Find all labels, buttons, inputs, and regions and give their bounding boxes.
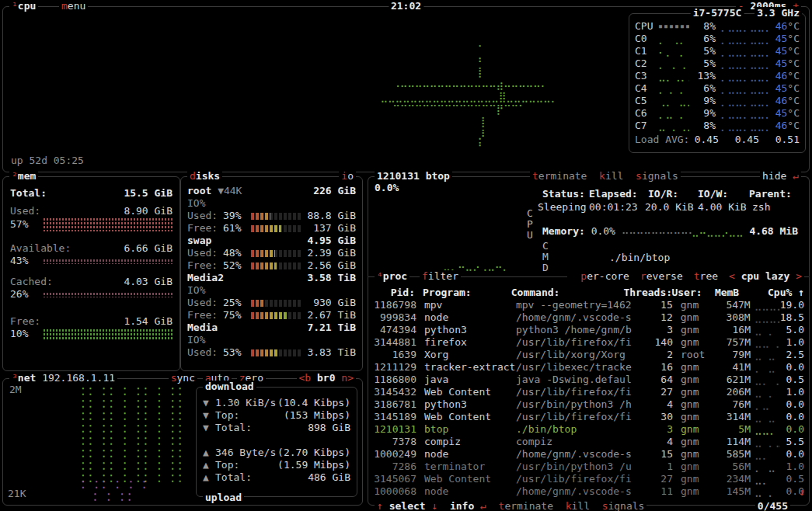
process-row[interactable]: 7378 compiz compiz 4 gnm 114M ⣀ ⡀⣀ 5.5 bbox=[368, 436, 809, 448]
process-detail-box: 1210131 btop terminate kill signals hide… bbox=[368, 176, 810, 276]
command-header[interactable]: Command: bbox=[511, 287, 624, 299]
menu-button[interactable]: menu bbox=[59, 0, 88, 12]
process-row[interactable]: 1210131 btop ./bin/btop 3 gnm 5M ⣀⣀⡀ 0.0 bbox=[368, 423, 809, 436]
cpu-header[interactable]: Cpu% ↑ bbox=[768, 287, 804, 299]
process-row[interactable]: 999834 node /home/gnm/.vscode-s 12 gnm 3… bbox=[368, 311, 809, 324]
info-hint[interactable]: info bbox=[450, 500, 474, 511]
filter-button[interactable]: filter bbox=[420, 270, 461, 282]
kill-hint[interactable]: kill bbox=[566, 500, 590, 511]
cpu-box-title[interactable]: ¹cpu bbox=[9, 0, 38, 12]
process-cpu-percent: 0.5 bbox=[780, 374, 804, 386]
sort-next-button[interactable]: > bbox=[796, 270, 802, 282]
core-usage-meter: ⡀ ⡀⢀ ⡀ ⢀⡀ bbox=[658, 57, 689, 70]
core-row: C1 ⠄⡀ ⡀ ⢀⡀ ⡀ 5% ⡀⣀⣀⡀⣀⣀⡀⣀ 45°C bbox=[629, 45, 805, 57]
hide-button[interactable]: hide ↵ bbox=[760, 170, 801, 182]
process-row[interactable]: 3186781 python3 /usr/bin/python3 /h 4 gn… bbox=[368, 398, 809, 411]
net-scale-bottom: 21K bbox=[8, 488, 26, 500]
process-user: gnm bbox=[681, 411, 715, 423]
interface-prev-button[interactable]: <b bbox=[299, 372, 312, 384]
process-command: /usr/bin/python3 /u bbox=[516, 461, 633, 473]
detail-title: 1210131 btop bbox=[375, 170, 452, 182]
process-row[interactable]: 1639 Xorg /usr/lib/xorg/Xorg 2 root 79M … bbox=[368, 349, 809, 361]
net-interface-selector[interactable]: <b br0 n> bbox=[297, 372, 356, 384]
process-command: mpv --geometry=1462 bbox=[516, 299, 633, 311]
status-value: Sleeping bbox=[538, 201, 587, 214]
process-cpu-percent: 18.5 bbox=[780, 311, 804, 324]
core-row: C3 ⣀⡀⢀⡀⣀ ⡀⢀ 13% ⡀⣀⣀⡀⣀⣀⡀⣀ 46°C bbox=[629, 70, 805, 82]
mem-header[interactable]: MemB bbox=[705, 287, 739, 299]
core-usage-percent: 8% bbox=[689, 20, 716, 33]
user-header[interactable]: User: bbox=[671, 287, 704, 299]
process-user: gnm bbox=[681, 374, 715, 386]
select-hint[interactable]: select bbox=[389, 500, 426, 511]
process-row[interactable]: 7286 terminator /usr/bin/python3 /u 1 gn… bbox=[368, 461, 809, 473]
core-usage-meter: ⠄⡀ ⡀ ⢀⡀ ⡀ bbox=[658, 45, 689, 57]
process-row[interactable]: 1186798 mpv mpv --geometry=1462 15 gnm 5… bbox=[368, 299, 809, 311]
signals-hint[interactable]: signals bbox=[602, 500, 645, 511]
process-memory: 16M bbox=[715, 324, 751, 336]
per-core-toggle[interactable]: per-core bbox=[580, 270, 629, 282]
tree-toggle[interactable]: tree bbox=[694, 270, 718, 282]
net-sync-toggle[interactable]: sync bbox=[169, 372, 197, 384]
process-cpu-percent: 2.5 bbox=[780, 349, 804, 361]
signals-button[interactable]: signals bbox=[636, 170, 678, 182]
process-program: python3 bbox=[424, 398, 516, 411]
disks-io-toggle[interactable]: io bbox=[339, 170, 356, 182]
process-command: /home/gnm/.vscode-s bbox=[516, 448, 633, 461]
process-row[interactable]: 1000068 node /home/gnm/.vscode-s 11 gnm … bbox=[368, 485, 809, 498]
proc-box-title[interactable]: ⁴proc bbox=[375, 270, 409, 282]
disk-used-meter bbox=[251, 250, 301, 257]
sort-selector[interactable]: < cpu lazy > bbox=[729, 270, 802, 282]
core-temp-graph: ⡀⣀⣀⡀⣀⣀⡀⣀ bbox=[720, 45, 768, 57]
disks-box-title[interactable]: disks bbox=[187, 170, 222, 182]
terminate-button[interactable]: terminate bbox=[532, 170, 587, 182]
terminate-hint[interactable]: terminate bbox=[499, 500, 553, 511]
reverse-toggle[interactable]: reverse bbox=[640, 270, 683, 282]
pid-header[interactable]: Pid: bbox=[373, 287, 415, 299]
mem-box: ²mem Total:15.5 GiB Used:8.90 GiB 57% Av… bbox=[2, 176, 180, 371]
process-cpu-sparkline: ⣀ ⡀ bbox=[751, 485, 780, 498]
process-cpu-percent: 0.0 bbox=[780, 411, 804, 423]
core-name: C5 bbox=[635, 95, 658, 107]
load-average-row: Load AVG: 0.45 0.45 0.51 bbox=[629, 134, 805, 146]
program-header[interactable]: Program: bbox=[423, 287, 511, 299]
proc-options: per-corereversetree< cpu lazy > bbox=[567, 270, 804, 282]
net-box-title[interactable]: ³net 192.168.1.11 bbox=[9, 372, 117, 384]
process-row[interactable]: 3145432 Web Content /usr/lib/firefox/fi … bbox=[368, 386, 809, 398]
process-program: Web Content bbox=[424, 386, 516, 398]
process-threads: 64 bbox=[633, 374, 673, 386]
process-program: btop bbox=[424, 423, 516, 436]
process-row[interactable]: 3145067 Web Content /usr/lib/firefox/fi … bbox=[368, 473, 809, 485]
process-row[interactable]: 3145189 Web Content /usr/lib/firefox/fi … bbox=[368, 411, 809, 423]
process-cpu-sparkline: ⣀⣀ ⡀ bbox=[751, 336, 780, 349]
process-cpu-percent: 1.0 bbox=[780, 461, 804, 473]
upload-arrow-icon: ▲ bbox=[203, 471, 215, 484]
disk-free-row: Free:52%2.56 GiB bbox=[187, 259, 356, 272]
kill-button[interactable]: kill bbox=[599, 170, 623, 182]
core-usage-meter: ▪▪▪▪▪▪▪▪▪▪▪▪ bbox=[658, 20, 689, 33]
process-row[interactable]: 474394 python3 python3 /home/gnm/b 3 gnm… bbox=[368, 324, 809, 336]
up-key-icon[interactable]: ↑ bbox=[377, 500, 383, 511]
process-user: gnm bbox=[681, 398, 715, 411]
mem-box-title[interactable]: ²mem bbox=[9, 170, 38, 182]
process-row[interactable]: 1000249 node /home/gnm/.vscode-s 15 gnm … bbox=[368, 448, 809, 461]
process-row[interactable]: 3144881 firefox /usr/lib/firefox/fi 140 … bbox=[368, 336, 809, 349]
process-cpu-sparkline: ⣀⣀⣀⡀ bbox=[751, 311, 780, 324]
process-row[interactable]: 1211129 tracker-extract /usr/libexec/tra… bbox=[368, 361, 809, 374]
process-cpu-percent: 5.5 bbox=[780, 436, 804, 448]
btop-screen: ¹cpu menu 21:02 - 2000ms + ⠂ ⠆ ⡇ ⠠⠤⠤⠤⠤⠤⠤… bbox=[0, 0, 812, 511]
interface-next-button[interactable]: n> bbox=[341, 372, 354, 384]
process-row[interactable]: 1186800 java java -Dswing.defaul 64 gnm … bbox=[368, 374, 809, 386]
net-download-graph: ⡂⡂ ⡂⡂ ⡂ ⡂⡂ ⡂ ⡂⡂ ⡂⡂ ⡂⡂ ⡂ ⡂⡂ ⡂ ⡂⡂ ⡂⡂ ⡂⡂ ⡂ … bbox=[8, 384, 185, 483]
process-command: /usr/lib/firefox/fi bbox=[516, 336, 633, 349]
threads-header[interactable]: Threads: bbox=[623, 287, 664, 299]
sort-prev-button[interactable]: < bbox=[729, 270, 735, 282]
core-temperature: 46°C bbox=[768, 120, 800, 132]
disk-used-meter bbox=[251, 349, 301, 356]
enter-key-icon: ↵ bbox=[793, 170, 799, 182]
scroll-down-icon[interactable]: ↓ bbox=[799, 486, 805, 499]
process-threads: 16 bbox=[633, 361, 673, 374]
down-key-icon[interactable]: ↓ bbox=[431, 500, 437, 511]
core-temperature: 45°C bbox=[768, 33, 800, 45]
process-user: gnm bbox=[681, 448, 715, 461]
